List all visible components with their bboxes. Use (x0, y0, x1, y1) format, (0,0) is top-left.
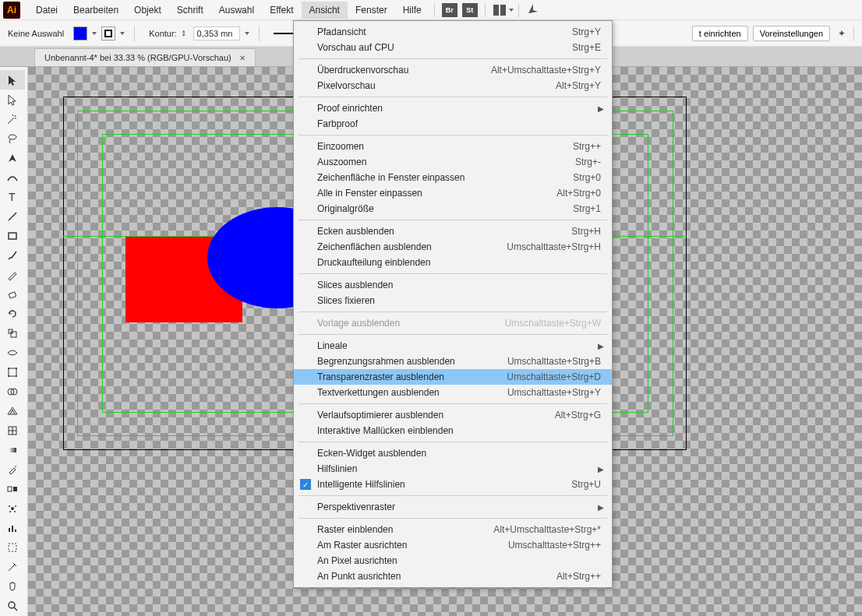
menu-item-textverkettungen-ausblenden[interactable]: Textverkettungen ausblendenUmschalttaste… (294, 385, 612, 400)
close-icon[interactable]: ✕ (239, 54, 246, 62)
menu-item-shortcut: Strg+0 (573, 172, 601, 183)
tool-pen[interactable] (0, 148, 25, 167)
tool-perspective[interactable] (0, 401, 25, 421)
pin-icon[interactable]: ✦ (835, 26, 849, 41)
tool-mesh[interactable] (0, 421, 25, 440)
menu-item-am-raster-ausrichten[interactable]: Am Raster ausrichtenUmschalttaste+Strg++ (294, 537, 612, 553)
tool-curvature[interactable] (0, 167, 25, 187)
menu-item-einzoomen[interactable]: EinzoomenStrg++ (294, 139, 612, 154)
menu-item-alle-in-fenster-einpassen[interactable]: Alle in Fenster einpassenAlt+Strg+0 (294, 185, 612, 201)
setup-button[interactable]: t einrichten (692, 26, 748, 41)
menu-item-perspektivenraster[interactable]: Perspektivenraster▶ (294, 499, 612, 515)
menu-item-shortcut: Strg++ (573, 141, 601, 152)
tool-free[interactable] (0, 362, 25, 382)
menu-schrift[interactable]: Schrift (169, 2, 211, 19)
tool-lasso[interactable] (0, 128, 25, 148)
menu-item--berdruckenvorschau[interactable]: ÜberdruckenvorschauAlt+Umschalttaste+Str… (294, 62, 612, 78)
menu-fenster[interactable]: Fenster (348, 2, 395, 19)
tool-wand[interactable] (0, 109, 25, 128)
tool-line[interactable] (0, 206, 25, 226)
prefs-button[interactable]: Voreinstellungen (753, 26, 830, 41)
document-tab[interactable]: Unbenannt-4* bei 33.33 % (RGB/GPU-Vorsch… (34, 48, 256, 66)
gpu-icon[interactable] (527, 2, 539, 17)
tool-shapebuilder[interactable] (0, 382, 25, 401)
svg-point-22 (15, 505, 16, 507)
menu-item-shortcut: Strg+1 (573, 203, 601, 214)
menu-item-zeichenfl-che-in-fenster-einpassen[interactable]: Zeichenfläche in Fenster einpassenStrg+0 (294, 170, 612, 185)
menu-item-ecken-ausblenden[interactable]: Ecken ausblendenStrg+H (294, 224, 612, 239)
stroke-value[interactable]: 0,353 mn (193, 26, 240, 40)
submenu-arrow-icon: ▶ (598, 503, 604, 512)
menu-item-an-punkt-ausrichten[interactable]: An Punkt ausrichtenAlt+Strg++ (294, 568, 612, 584)
menu-item-shortcut: Umschalttaste+Strg+D (507, 371, 601, 382)
tool-rotate[interactable] (0, 304, 25, 323)
stroke-style[interactable] (274, 33, 295, 34)
tool-selection[interactable] (0, 70, 25, 90)
menu-hilfe[interactable]: Hilfe (395, 2, 429, 19)
arrange-docs-icon[interactable] (493, 5, 506, 16)
menu-item-druckaufteilung-einblenden[interactable]: Druckaufteilung einblenden (294, 255, 612, 270)
menu-item-label: Lineale (317, 340, 601, 351)
menu-objekt[interactable]: Objekt (126, 2, 169, 19)
tool-type[interactable]: T (0, 187, 25, 206)
menu-item-raster-einblenden[interactable]: Raster einblendenAlt+Umschalttaste+Strg+… (294, 522, 612, 537)
menu-item-proof-einrichten[interactable]: Proof einrichten▶ (294, 100, 612, 116)
svg-point-21 (9, 505, 10, 507)
menu-item-originalgr-e[interactable]: OriginalgrößeStrg+1 (294, 201, 612, 216)
menu-item-farbproof[interactable]: Farbproof (294, 116, 612, 132)
menu-item-lineale[interactable]: Lineale▶ (294, 338, 612, 354)
stock-icon[interactable]: St (462, 3, 478, 17)
tool-brush[interactable] (0, 245, 25, 265)
tool-eyedrop[interactable] (0, 459, 25, 479)
tool-graph[interactable] (0, 518, 25, 537)
tool-pencil[interactable] (0, 265, 25, 284)
fill-swatch[interactable] (73, 26, 87, 40)
tool-zoom[interactable] (0, 596, 25, 615)
tool-gradient[interactable] (0, 440, 25, 459)
menu-bearbeiten[interactable]: Bearbeiten (65, 2, 126, 19)
tool-artboard[interactable] (0, 537, 25, 557)
menu-item-zeichenfl-chen-ausblenden[interactable]: Zeichenflächen ausblendenUmschalttaste+S… (294, 239, 612, 255)
tool-eraser[interactable] (0, 284, 25, 304)
tool-rect[interactable] (0, 226, 25, 245)
tool-direct-select[interactable] (0, 90, 25, 109)
menu-item-shortcut: Strg+- (575, 157, 601, 167)
menu-item-slices-ausblenden[interactable]: Slices ausblenden (294, 277, 612, 293)
tool-symbol[interactable] (0, 498, 25, 518)
menu-effekt[interactable]: Effekt (262, 2, 301, 19)
menu-item-vorschau-auf-cpu[interactable]: Vorschau auf CPUStrg+E (294, 40, 612, 55)
menu-item-vorlage-ausblenden: Vorlage ausblendenUmschalttaste+Strg+W (294, 315, 612, 331)
menu-item-shortcut: Umschalttaste+Strg+B (507, 356, 601, 367)
tool-hand[interactable] (0, 576, 25, 596)
tool-slice[interactable] (0, 557, 25, 576)
menu-item-transparenzraster-ausblenden[interactable]: Transparenzraster ausblendenUmschalttast… (294, 369, 612, 385)
svg-point-8 (8, 368, 9, 369)
svg-rect-7 (9, 368, 16, 376)
menu-item-auszoomen[interactable]: AuszoomenStrg+- (294, 154, 612, 170)
menu-item-an-pixel-ausrichten[interactable]: An Pixel ausrichten (294, 553, 612, 568)
menu-item-label: An Pixel ausrichten (317, 555, 601, 566)
tool-blend[interactable] (0, 479, 25, 498)
menu-item-begrenzungsrahmen-ausblenden[interactable]: Begrenzungsrahmen ausblendenUmschalttast… (294, 354, 612, 369)
menu-item-verlaufsoptimierer-ausblenden[interactable]: Verlaufsoptimierer ausblendenAlt+Strg+G (294, 407, 612, 423)
menu-item-pfadansicht[interactable]: PfadansichtStrg+Y (294, 24, 612, 40)
menu-item-shortcut: Strg+E (572, 42, 601, 53)
tool-scale[interactable] (0, 323, 25, 343)
menu-item-intelligente-hilfslinien[interactable]: ✓Intelligente HilfslinienStrg+U (294, 477, 612, 492)
menu-item-slices-fixieren[interactable]: Slices fixieren (294, 293, 612, 308)
tool-width[interactable] (0, 343, 25, 362)
menu-separator (299, 403, 607, 404)
menu-datei[interactable]: Datei (28, 2, 65, 19)
svg-point-24 (14, 511, 16, 512)
menu-auswahl[interactable]: Auswahl (211, 2, 262, 19)
menu-item-hilfslinien[interactable]: Hilfslinien▶ (294, 461, 612, 477)
menu-ansicht[interactable]: Ansicht (302, 2, 348, 19)
menu-item-label: Intelligente Hilfslinien (317, 479, 571, 490)
bridge-icon[interactable]: Br (442, 3, 457, 17)
menu-item-interaktive-mall-cken-einblenden[interactable]: Interaktive Mallücken einblenden (294, 423, 612, 438)
svg-point-9 (16, 368, 17, 369)
menu-item-pixelvorschau[interactable]: PixelvorschauAlt+Strg+Y (294, 78, 612, 93)
svg-line-2 (9, 213, 16, 220)
menu-item-ecken-widget-ausblenden[interactable]: Ecken-Widget ausblenden (294, 445, 612, 461)
stroke-swatch[interactable] (101, 26, 115, 40)
